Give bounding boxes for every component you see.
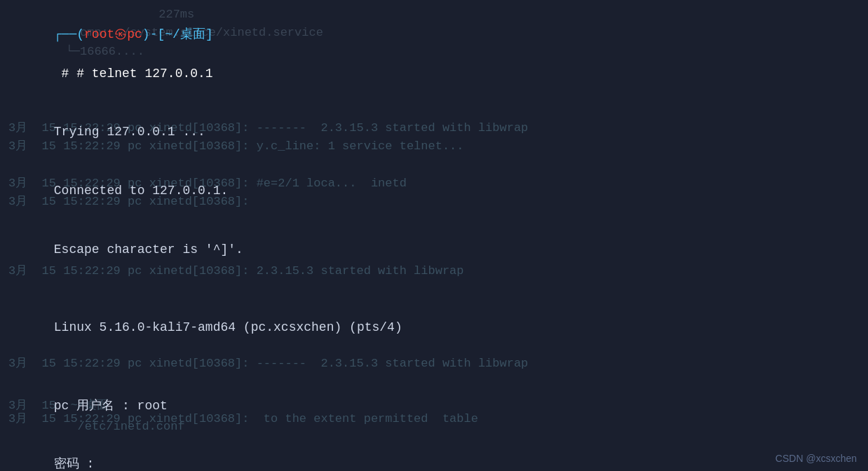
output-linux-version: Linux 5.16.0-kali7-amd64 (pc.xcsxchen) (… bbox=[8, 299, 860, 357]
prompt-path: ~/桌面 bbox=[165, 27, 205, 41]
output-connected: Connected to 127.0.0.1. bbox=[8, 162, 860, 221]
prompt-dash: - bbox=[150, 27, 158, 41]
output-password-prompt: 密码 : bbox=[8, 436, 860, 471]
prompt-bracket-path-close: ] bbox=[205, 27, 213, 41]
command-text: # telnet 127.0.0.1 bbox=[76, 67, 212, 81]
terminal-window: 227ms cmp: /system.slice/xinetd.service … bbox=[0, 0, 868, 471]
prompt-hash: # bbox=[54, 67, 76, 81]
bracket-open: ┌── bbox=[54, 27, 76, 41]
prompt-paren-close: ) bbox=[142, 27, 150, 41]
output-escape: Escape character is '^]'. bbox=[8, 221, 860, 280]
prompt-hostname: pc bbox=[127, 27, 142, 41]
watermark: CSDN @xcsxchen bbox=[775, 453, 857, 464]
empty-line-1 bbox=[8, 279, 860, 299]
prompt-line-1: ┌──(root㉿pc)-[~/桌面] bbox=[8, 6, 860, 45]
prompt-bracket-path: [ bbox=[157, 27, 165, 41]
empty-line-2 bbox=[8, 357, 860, 377]
prompt-ring-symbol: ㉿ bbox=[114, 27, 127, 41]
output-username-prompt: pc 用户名 : root bbox=[8, 377, 860, 436]
prompt-paren-open: ( bbox=[76, 27, 84, 41]
prompt-username: root bbox=[84, 27, 114, 41]
output-trying: Trying 127.0.0.1 ... bbox=[8, 103, 860, 162]
terminal-content: ┌──(root㉿pc)-[~/桌面] # # telnet 127.0.0.1… bbox=[0, 0, 868, 471]
command-line: # # telnet 127.0.0.1 bbox=[8, 45, 860, 104]
